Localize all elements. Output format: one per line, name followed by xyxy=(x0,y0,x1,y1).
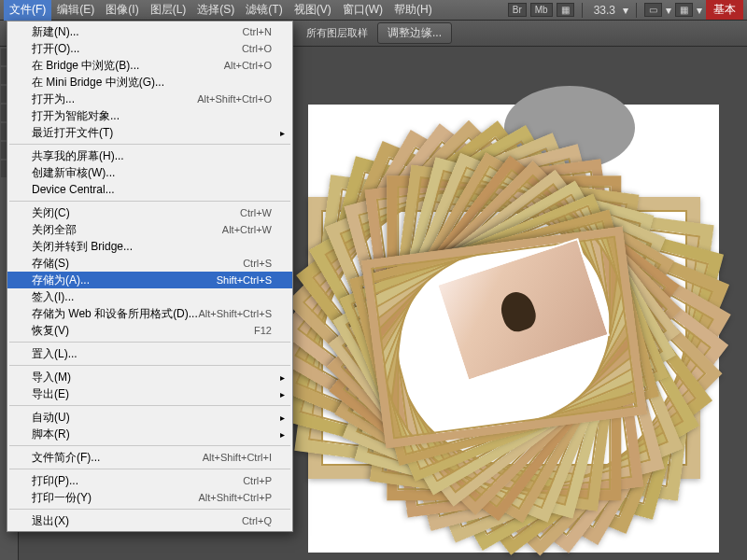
menu-item-shortcut: Ctrl+W xyxy=(240,207,272,218)
document-canvas[interactable] xyxy=(308,105,719,553)
menu-separator xyxy=(9,405,290,406)
menu-item-shortcut: Ctrl+N xyxy=(243,26,272,37)
menu-item-label: 退出(X) xyxy=(32,513,242,529)
bridge-button[interactable]: Br xyxy=(508,3,527,17)
menu-item-label: 打开(O)... xyxy=(32,41,242,57)
menu-item--v-[interactable]: 恢复(V)F12 xyxy=(7,322,292,339)
arrange-button[interactable]: ▦ xyxy=(675,3,693,17)
menu-item--f-[interactable]: 文件简介(F)...Alt+Shift+Ctrl+I xyxy=(7,449,292,466)
menu-item-label: 创建新审核(W)... xyxy=(32,165,272,181)
menu-separator xyxy=(9,201,290,202)
menu-item-label: 导出(E) xyxy=(32,386,272,402)
menu-item-shortcut: Alt+Shift+Ctrl+S xyxy=(198,308,272,319)
menu-separator xyxy=(9,365,290,366)
menu-item-label: 置入(L)... xyxy=(32,346,272,362)
menu-separator xyxy=(9,469,290,469)
menu-filter[interactable]: 滤镜(T) xyxy=(240,0,288,21)
menu-item-shortcut: F12 xyxy=(254,325,272,336)
menu-item-label: 新建(N)... xyxy=(32,24,243,40)
menu-help[interactable]: 帮助(H) xyxy=(388,0,438,21)
dropdown-arrow-icon[interactable]: ▾ xyxy=(697,4,702,17)
menu-item-label: 文件简介(F)... xyxy=(32,450,203,466)
menu-item--[interactable]: 打开为智能对象... xyxy=(7,107,292,124)
menu-item-label: 共享我的屏幕(H)... xyxy=(32,148,272,164)
menu-separator xyxy=(9,445,290,446)
menu-item--[interactable]: 关闭全部Alt+Ctrl+W xyxy=(7,221,292,238)
minibridge-button[interactable]: Mb xyxy=(530,3,553,17)
menu-separator xyxy=(9,509,290,510)
menu-item-label: 存储为(A)... xyxy=(32,273,217,288)
menu-item--w-[interactable]: 创建新审核(W)... xyxy=(7,164,292,181)
menu-select[interactable]: 选择(S) xyxy=(191,0,240,21)
menu-item-label: 打印(P)... xyxy=(32,473,243,489)
menu-item-shortcut: Ctrl+Q xyxy=(242,515,272,526)
menu-item-label: 签入(I)... xyxy=(32,289,272,305)
menubar: 文件(F) 编辑(E) 图像(I) 图层(L) 选择(S) 滤镜(T) 视图(V… xyxy=(0,0,747,21)
menu-item--s-[interactable]: 存储(S)Ctrl+S xyxy=(7,255,292,272)
menu-layer[interactable]: 图层(L) xyxy=(145,0,192,21)
screen-mode-button[interactable]: ▭ xyxy=(644,3,662,17)
menu-item--l-[interactable]: 置入(L)... xyxy=(7,345,292,362)
menu-item--o-[interactable]: 打开(O)...Ctrl+O xyxy=(7,40,292,57)
menu-item-label: 最近打开文件(T) xyxy=(32,125,272,141)
menu-item-label: 关闭全部 xyxy=(32,222,222,238)
zoom-value[interactable]: 33.3 xyxy=(590,4,619,17)
file-menu-dropdown: 新建(N)...Ctrl+N打开(O)...Ctrl+O在 Bridge 中浏览… xyxy=(7,21,293,532)
menu-item--h-[interactable]: 共享我的屏幕(H)... xyxy=(7,147,292,164)
menu-file[interactable]: 文件(F) xyxy=(4,0,51,21)
menu-item-label: 恢复(V) xyxy=(32,323,254,339)
menu-item-shortcut: Alt+Shift+Ctrl+P xyxy=(198,492,272,503)
menu-view[interactable]: 视图(V) xyxy=(289,0,337,21)
menu-window[interactable]: 窗口(W) xyxy=(337,0,388,21)
menu-item-label: 在 Mini Bridge 中浏览(G)... xyxy=(32,75,272,91)
menu-item--a-[interactable]: 存储为(A)...Shift+Ctrl+S xyxy=(7,272,292,288)
menu-item-label: 导入(M) xyxy=(32,370,272,385)
dropdown-arrow-icon[interactable]: ▾ xyxy=(666,4,671,17)
menu-item--mini-bridge-g-[interactable]: 在 Mini Bridge 中浏览(G)... xyxy=(7,74,292,91)
menu-item-label: 脚本(R) xyxy=(32,427,272,442)
menu-item--r-[interactable]: 脚本(R) xyxy=(7,426,292,442)
menu-separator xyxy=(9,144,290,145)
menu-item-device-central-[interactable]: Device Central... xyxy=(7,181,292,198)
menu-item-shortcut: Alt+Ctrl+O xyxy=(224,60,272,71)
menu-item--c-[interactable]: 关闭(C)Ctrl+W xyxy=(7,204,292,221)
menu-item--u-[interactable]: 自动(U) xyxy=(7,409,292,426)
menu-image[interactable]: 图像(I) xyxy=(100,0,144,21)
menu-item-shortcut: Ctrl+P xyxy=(243,475,272,486)
menu-item-label: 存储为 Web 和设备所用格式(D)... xyxy=(32,306,198,322)
menu-item--bridge-b-[interactable]: 在 Bridge 中浏览(B)...Alt+Ctrl+O xyxy=(7,57,292,74)
menu-item-label: 打开为... xyxy=(32,91,197,107)
menu-item--e-[interactable]: 导出(E) xyxy=(7,385,292,402)
menu-item--n-[interactable]: 新建(N)...Ctrl+N xyxy=(7,23,292,40)
refine-edge-button[interactable]: 调整边缘... xyxy=(377,22,452,44)
menu-item-label: Device Central... xyxy=(32,183,272,196)
menu-item-label: 关闭(C) xyxy=(32,205,240,221)
menu-item--t-[interactable]: 最近打开文件(T) xyxy=(7,124,292,141)
menu-separator xyxy=(9,342,290,343)
menu-item-label: 在 Bridge 中浏览(B)... xyxy=(32,58,224,74)
menu-item--m-[interactable]: 导入(M) xyxy=(7,369,292,385)
menu-item-shortcut: Alt+Shift+Ctrl+O xyxy=(197,93,272,105)
sample-all-layers-label: 所有图层取样 xyxy=(306,26,368,40)
menu-item--bridge-[interactable]: 关闭并转到 Bridge... xyxy=(7,238,292,255)
menu-item-shortcut: Alt+Shift+Ctrl+I xyxy=(203,452,272,463)
menu-item--y-[interactable]: 打印一份(Y)Alt+Shift+Ctrl+P xyxy=(7,489,292,506)
menu-item--x-[interactable]: 退出(X)Ctrl+Q xyxy=(7,512,292,529)
menubar-right: Br Mb ▦ 33.3 ▾ ▭ ▾ ▦ ▾ 基本 xyxy=(508,0,743,20)
menu-item--web-d-[interactable]: 存储为 Web 和设备所用格式(D)...Alt+Shift+Ctrl+S xyxy=(7,305,292,322)
menu-item-label: 打印一份(Y) xyxy=(32,490,198,506)
menu-item-shortcut: Shift+Ctrl+S xyxy=(217,274,272,286)
menu-item-shortcut: Ctrl+O xyxy=(242,43,272,54)
menu-item--[interactable]: 打开为...Alt+Shift+Ctrl+O xyxy=(7,91,292,107)
menu-item--i-[interactable]: 签入(I)... xyxy=(7,288,292,305)
menu-item-label: 自动(U) xyxy=(32,410,272,426)
menu-edit[interactable]: 编辑(E) xyxy=(51,0,100,21)
grid-button[interactable]: ▦ xyxy=(557,3,574,17)
menu-item-shortcut: Ctrl+S xyxy=(243,258,272,269)
workspace-basic-button[interactable]: 基本 xyxy=(706,0,743,20)
menu-item--p-[interactable]: 打印(P)...Ctrl+P xyxy=(7,472,292,489)
menu-item-shortcut: Alt+Ctrl+W xyxy=(222,224,272,235)
menu-item-label: 存储(S) xyxy=(32,256,243,272)
zoom-arrow-icon[interactable]: ▾ xyxy=(623,4,628,17)
menu-item-label: 打开为智能对象... xyxy=(32,108,272,124)
